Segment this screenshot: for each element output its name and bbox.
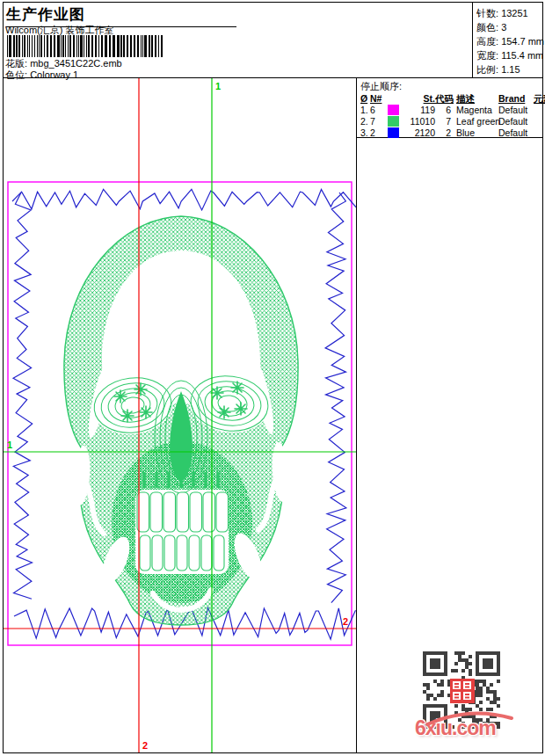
end-marker-label: 2 <box>142 740 148 751</box>
seq-number: 2. <box>360 116 370 127</box>
start-marker-label: 1 <box>7 440 12 450</box>
stitch-count: 11010 <box>402 116 435 127</box>
col-code: 代码 <box>435 93 451 105</box>
stat-row: 高度: 154.7 mm <box>476 34 542 48</box>
watermark-swoosh-icon <box>424 710 515 728</box>
right-column: 停止顺序: ØN#St.代码描述Brand元素 1.61196MagentaDe… <box>356 78 542 752</box>
barcode-icon <box>5 35 169 57</box>
col-brand: Brand <box>493 93 528 105</box>
color-description: Magenta <box>451 105 493 116</box>
stat-label: 颜色: <box>476 22 498 33</box>
color-code: 7 <box>435 116 451 127</box>
thread-brand: Default <box>493 116 528 127</box>
elements <box>528 105 542 116</box>
stat-value: 3 <box>501 22 506 33</box>
color-swatch <box>388 127 399 138</box>
color-description: Blue <box>451 127 493 139</box>
col-stitches: St. <box>402 93 435 105</box>
stat-row: 针数: 13251 <box>476 6 542 20</box>
needle-number: 2 <box>370 127 382 139</box>
col-elements: 元素 <box>528 93 545 105</box>
stitch-count: 2120 <box>402 127 435 139</box>
stat-value: 13251 <box>501 8 528 18</box>
end-marker-label: 2 <box>343 616 348 627</box>
stat-value: 115.4 mm <box>501 50 543 61</box>
thread-brand: Default <box>493 127 528 139</box>
elements <box>528 116 542 127</box>
stitch-count: 119 <box>402 105 435 116</box>
header: 生产作业图 Wilcom(汇京) 装饰工作室 花版: mbg_3451C22C.… <box>4 3 542 78</box>
color-swatch <box>388 105 399 115</box>
stop-sequence-header: ØN#St.代码描述Brand元素 <box>357 93 542 105</box>
stat-row: 比例: 1.15 <box>476 62 542 76</box>
skull-design <box>64 216 298 625</box>
stat-row: 颜色: 3 <box>476 20 542 34</box>
worksheet-page: 生产作业图 Wilcom(汇京) 装饰工作室 花版: mbg_3451C22C.… <box>3 2 543 753</box>
stop-sequence-row: 2.7110107Leaf greenDefault <box>357 116 542 127</box>
stat-label: 比例: <box>476 64 498 75</box>
stat-row: 宽度: 115.4 mm <box>476 48 542 62</box>
thread-brand: Default <box>493 105 528 116</box>
needle-number: 7 <box>370 116 382 127</box>
stop-sequence-panel: 停止顺序: ØN#St.代码描述Brand元素 1.61196MagentaDe… <box>357 78 542 138</box>
stat-label: 高度: <box>476 36 498 47</box>
col-seq: Ø <box>360 93 370 105</box>
seq-number: 1. <box>360 105 370 116</box>
stat-value: 1.15 <box>501 64 520 75</box>
watermark-logo: 6xiu.com <box>415 716 517 746</box>
stop-sequence-rows: 1.61196MagentaDefault2.7110107Leaf green… <box>357 105 542 139</box>
stat-value: 154.7 mm <box>501 36 544 47</box>
color-code: 6 <box>435 105 451 116</box>
seq-number: 3. <box>360 127 370 139</box>
color-code: 2 <box>435 127 451 139</box>
elements <box>528 127 542 139</box>
pattern-label: 花版: <box>5 58 27 69</box>
needle-number: 6 <box>370 105 382 116</box>
col-needle: N# <box>370 93 382 105</box>
color-description: Leaf green <box>451 116 493 127</box>
design-preview: 1 1 2 2 <box>4 78 356 752</box>
header-left: 生产作业图 Wilcom(汇京) 装饰工作室 花版: mbg_3451C22C.… <box>4 3 473 77</box>
pattern-value: mbg_3451C22C.emb <box>30 58 122 69</box>
col-description: 描述 <box>451 93 493 105</box>
stop-sequence-row: 3.221202BlueDefault <box>357 127 542 139</box>
start-marker-label: 1 <box>215 81 221 91</box>
stat-label: 宽度: <box>476 50 498 61</box>
color-swatch <box>388 116 399 127</box>
stat-label: 针数: <box>476 8 498 18</box>
stop-sequence-title: 停止顺序: <box>357 78 542 93</box>
body: 1 1 2 2 停止顺序: ØN#St.代码描述Brand元素 1.61196M… <box>4 78 542 752</box>
design-stats-panel: 针数: 13251颜色: 3高度: 154.7 mm宽度: 115.4 mm比例… <box>473 3 542 77</box>
stop-sequence-row: 1.61196MagentaDefault <box>357 105 542 116</box>
